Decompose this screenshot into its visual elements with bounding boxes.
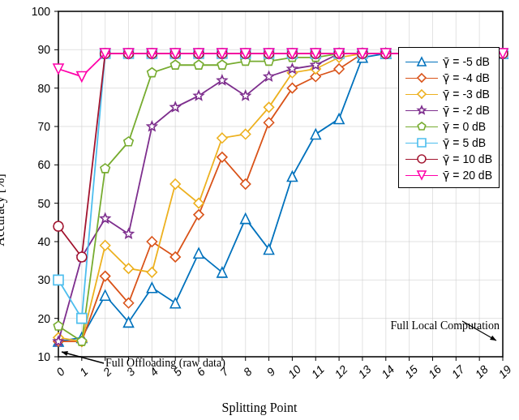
chart-root: 0123456789101112131415161718191020304050… (0, 0, 519, 420)
svg-text:15: 15 (402, 362, 420, 380)
legend-swatch (405, 56, 438, 67)
svg-text:1: 1 (77, 365, 91, 379)
legend-item: γ̄ = 5 dB (405, 135, 492, 150)
legend-item: γ̄ = -5 dB (405, 54, 492, 69)
annotation-full-local: Full Local Computation (390, 319, 500, 332)
svg-text:12: 12 (332, 362, 350, 380)
svg-text:70: 70 (37, 120, 50, 133)
svg-text:13: 13 (355, 362, 373, 380)
legend-swatch (405, 88, 438, 100)
svg-text:17: 17 (449, 362, 468, 380)
svg-point-95 (77, 252, 87, 262)
legend-label: γ̄ = -3 dB (443, 87, 489, 101)
svg-text:30: 30 (37, 273, 50, 286)
legend-label: γ̄ = 5 dB (443, 135, 486, 150)
svg-text:8: 8 (241, 365, 255, 379)
legend-item: γ̄ = 0 dB (405, 119, 492, 134)
svg-point-94 (54, 221, 63, 231)
svg-text:0: 0 (54, 365, 67, 379)
legend-swatch (405, 121, 438, 132)
svg-text:80: 80 (37, 82, 50, 95)
legend-label: γ̄ = -4 dB (443, 71, 489, 85)
legend-label: γ̄ = -5 dB (443, 54, 489, 69)
svg-text:10: 10 (37, 350, 50, 363)
svg-point-114 (418, 155, 426, 163)
svg-text:9: 9 (264, 365, 278, 379)
svg-text:90: 90 (37, 43, 50, 56)
svg-text:14: 14 (379, 362, 397, 380)
legend-label: γ̄ = 20 dB (443, 168, 492, 182)
legend-label: γ̄ = 10 dB (443, 152, 492, 166)
svg-text:11: 11 (309, 362, 327, 380)
legend-swatch (405, 72, 438, 84)
legend-item: γ̄ = -3 dB (405, 87, 492, 101)
legend-item: γ̄ = 20 dB (405, 168, 492, 182)
y-axis-label: Accuracy [%] (0, 24, 7, 396)
x-axis-label: Splitting Point (0, 401, 519, 415)
legend-label: γ̄ = 0 dB (443, 119, 486, 134)
legend-swatch (405, 153, 438, 165)
svg-text:60: 60 (37, 158, 50, 171)
annotation-full-offloading: Full Offloading (raw data) (105, 357, 225, 370)
legend-item: γ̄ = -4 dB (405, 71, 492, 85)
legend-swatch (405, 105, 438, 116)
svg-text:10: 10 (285, 362, 303, 380)
legend-label: γ̄ = -2 dB (443, 103, 489, 118)
legend-swatch (405, 169, 438, 181)
svg-text:100: 100 (32, 5, 51, 18)
legend: γ̄ = -5 dBγ̄ = -4 dBγ̄ = -3 dBγ̄ = -2 dB… (398, 47, 500, 188)
svg-text:20: 20 (37, 312, 50, 325)
legend-item: γ̄ = 10 dB (405, 152, 492, 166)
svg-text:19: 19 (495, 362, 513, 380)
svg-text:16: 16 (426, 362, 444, 380)
svg-text:18: 18 (472, 362, 490, 380)
svg-text:50: 50 (37, 197, 50, 210)
legend-item: γ̄ = -2 dB (405, 103, 492, 118)
legend-swatch (405, 137, 438, 148)
svg-text:40: 40 (37, 235, 50, 248)
